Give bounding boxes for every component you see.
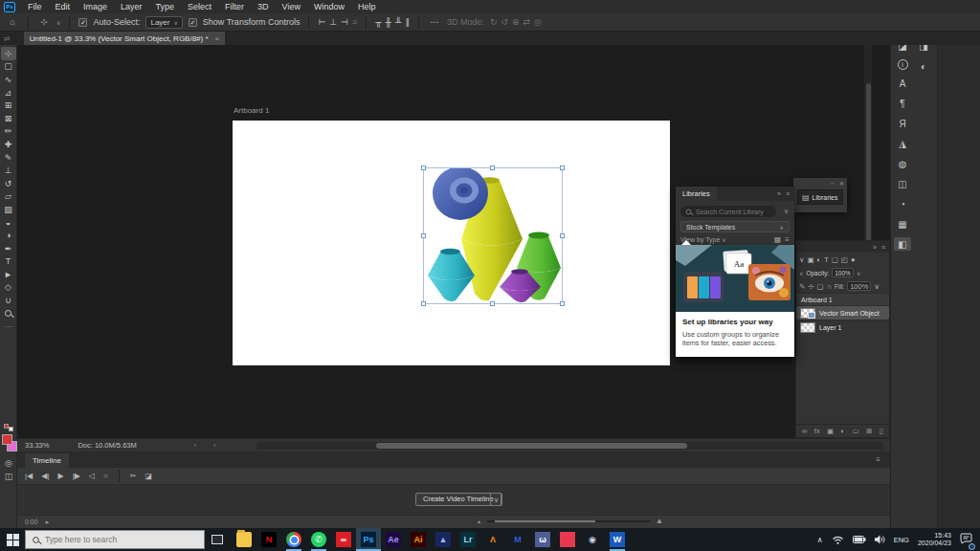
search-chevron-icon[interactable]: ∨ <box>784 208 789 215</box>
more-options-icon[interactable]: ⋯ <box>428 17 441 27</box>
close-panel-icon[interactable]: ✕ <box>839 180 844 187</box>
libraries-mini-tab[interactable]: ▤ Libraries <box>797 189 843 205</box>
panel-brushes[interactable]: ◔ <box>894 197 911 210</box>
show-transform-checkbox[interactable]: ✓ <box>189 18 197 27</box>
photoshop-logo-icon[interactable]: Ps <box>4 2 15 12</box>
chevron-down-icon[interactable]: ∨ <box>722 236 725 243</box>
zoom-tool[interactable] <box>1 307 16 320</box>
taskbar-app-word[interactable]: W <box>605 528 630 551</box>
blend-mode-chevron-icon[interactable]: ∨ <box>799 270 803 276</box>
lock-move-icon[interactable]: ⊹ <box>808 282 813 291</box>
zoom-level-field[interactable]: 33.33% <box>25 441 49 450</box>
taskbar-app-vlc[interactable]: Λ <box>480 528 505 551</box>
play-button[interactable]: ▶ <box>57 472 63 480</box>
speaker-icon[interactable] <box>875 535 885 544</box>
task-view-button[interactable] <box>205 528 230 551</box>
chevron-down-icon[interactable]: ∨ <box>857 270 860 276</box>
panel-menu-icon[interactable]: ≡ <box>876 452 880 468</box>
lasso-tool[interactable]: ∿ <box>1 73 16 86</box>
screen-mode-icon[interactable]: ◫ <box>0 472 17 481</box>
split-clip-icon[interactable]: ✂ <box>130 472 137 480</box>
previous-frame-button[interactable]: ◀| <box>41 472 49 480</box>
align-center-horizontal-icon[interactable]: ⊥ <box>329 17 337 27</box>
panel-paragraph[interactable]: ¶ <box>894 97 911 110</box>
panel-timeline[interactable]: ◫ <box>894 177 911 190</box>
layer-thumbnail[interactable] <box>800 308 815 319</box>
swap-colors-icon[interactable] <box>4 424 13 431</box>
align-left-icon[interactable]: ⊢ <box>318 17 325 27</box>
layer-thumbnail[interactable] <box>800 322 815 333</box>
document-size-info[interactable]: Doc: 10.0M/5.63M <box>78 441 136 450</box>
panel-info[interactable]: i <box>898 59 908 70</box>
taskbar-app-discord[interactable]: ω <box>530 528 555 551</box>
timeline-zoom-slider[interactable] <box>487 520 650 522</box>
first-frame-button[interactable]: |◀ <box>25 472 33 480</box>
canvas-horizontal-scrollbar[interactable] <box>256 442 883 450</box>
menu-help[interactable]: Help <box>351 0 383 13</box>
align-more-icon[interactable]: ≡ <box>352 17 357 27</box>
layer-mask-icon[interactable]: ▣ <box>827 427 834 435</box>
taskbar-app-file-explorer[interactable] <box>232 528 256 551</box>
zoom-in-icon[interactable]: ▲ <box>656 517 663 525</box>
document-tab[interactable]: Untitled-1 @ 33.3% (Vector Smart Object,… <box>24 32 226 45</box>
opacity-value[interactable]: 100% <box>832 268 854 277</box>
healing-brush-tool[interactable]: ✚ <box>1 138 16 151</box>
delete-layer-icon[interactable]: ▯ <box>880 427 883 435</box>
panel-menu-icon[interactable]: ≡ <box>881 244 885 251</box>
lock-artboard-icon[interactable]: ▢ <box>817 282 824 291</box>
selection-handle[interactable] <box>560 165 565 170</box>
marquee-tool[interactable]: ▢ <box>1 60 16 74</box>
filter-pin-icon[interactable]: ● <box>851 255 856 264</box>
battery-icon[interactable] <box>853 536 866 543</box>
libraries-tab[interactable]: Libraries <box>676 187 717 201</box>
menu-image[interactable]: Image <box>77 0 114 13</box>
move-tool[interactable]: ⊹ <box>1 47 16 60</box>
eyedropper-tool[interactable]: ✏ <box>1 125 16 139</box>
taskbar-app-red-app[interactable] <box>555 528 580 551</box>
distribute-bottom-icon[interactable]: ╨ <box>395 17 401 27</box>
panel-adjustments[interactable]: ◐ <box>915 59 932 73</box>
fill-value[interactable]: 100% <box>847 281 871 291</box>
taskbar-app-photoshop[interactable]: Ps <box>356 528 381 551</box>
panel-patterns[interactable]: ▦ <box>894 217 911 231</box>
transition-icon[interactable]: ◪ <box>145 472 153 480</box>
dodge-tool[interactable]: ◑ <box>1 229 16 242</box>
menu-view[interactable]: View <box>276 0 307 13</box>
list-view-icon[interactable]: ≡ <box>785 235 790 244</box>
panel-layers[interactable]: ◧ <box>894 237 911 251</box>
notification-center-icon[interactable] <box>960 531 972 548</box>
shape-tool[interactable]: ◇ <box>1 281 16 295</box>
lock-brush-icon[interactable]: ✎ <box>799 282 805 291</box>
quick-mask-icon[interactable]: ◎ <box>0 458 17 468</box>
taskbar-search[interactable] <box>25 530 205 549</box>
path-selection-tool[interactable]: ► <box>1 268 16 281</box>
taskbar-app-chrome[interactable] <box>281 528 306 551</box>
panel-3d[interactable]: ◮ <box>894 137 911 150</box>
timeline-options-icon[interactable]: ▸ <box>46 518 50 526</box>
taskbar-app-illustrator[interactable]: Ai <box>406 528 431 551</box>
new-group-icon[interactable]: ▭ <box>853 427 859 435</box>
panel-glyphs[interactable]: Я <box>894 117 911 130</box>
taskbar-app-after-effects[interactable]: Ae <box>381 528 406 551</box>
taskbar-app-photos[interactable]: ▲ <box>431 528 456 551</box>
menu-3d[interactable]: 3D <box>251 0 276 13</box>
panel-styles[interactable]: ◍ <box>894 157 911 170</box>
tab-arrange-icon[interactable]: ⇄ <box>4 34 11 43</box>
artboard-label[interactable]: Artboard 1 <box>234 106 269 115</box>
selection-handle[interactable] <box>490 301 495 306</box>
layer-effects-icon[interactable]: fx <box>814 427 820 435</box>
grid-view-icon[interactable]: ▦ <box>774 235 782 244</box>
taskbar-app-creative-cloud[interactable]: ∞ <box>331 528 356 551</box>
scrollbar-arrows[interactable]: › ‹ <box>194 442 224 449</box>
auto-select-checkbox[interactable]: ✓ <box>78 18 87 27</box>
collapse-panel-icon[interactable]: » <box>777 190 781 197</box>
pen-tool[interactable]: ✒ <box>1 242 16 255</box>
resize-panel-icon[interactable]: ↔ <box>830 180 835 187</box>
frame-tool[interactable]: ⊠ <box>1 112 16 125</box>
distribute-horizontal-icon[interactable]: ∥ <box>405 17 410 27</box>
create-timeline-chevron[interactable]: ∨ <box>490 493 502 506</box>
menu-filter[interactable]: Filter <box>218 0 251 13</box>
eraser-tool[interactable]: ▱ <box>1 190 16 204</box>
zoom-out-icon[interactable]: ▲ <box>477 518 481 524</box>
vector-smart-object-selection[interactable] <box>424 168 562 303</box>
